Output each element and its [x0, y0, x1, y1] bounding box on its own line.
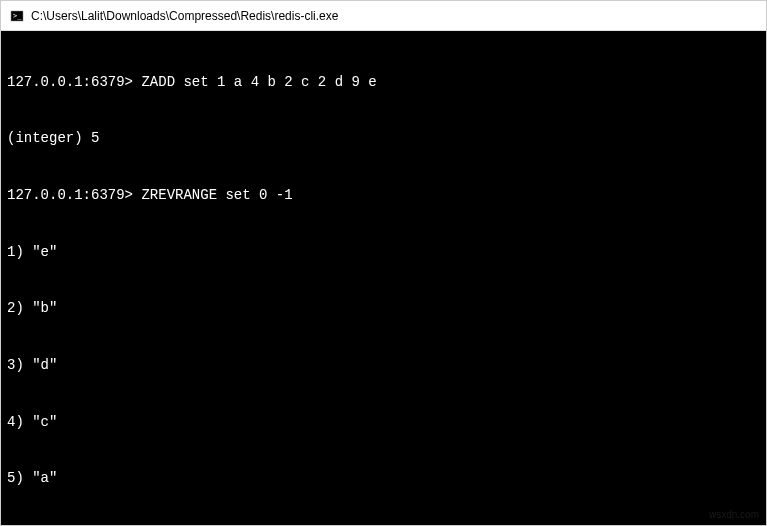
terminal-line: 4) "c" [7, 413, 760, 432]
titlebar-path: C:\Users\Lalit\Downloads\Compressed\Redi… [31, 9, 338, 23]
app-icon: >_ [9, 8, 25, 24]
terminal-line: 1) "e" [7, 243, 760, 262]
svg-text:>_: >_ [13, 12, 22, 20]
terminal-line: 3) "d" [7, 356, 760, 375]
terminal-line: 2) "b" [7, 299, 760, 318]
terminal-line: 127.0.0.1:6379> ZREVRANGE set 0 -1 [7, 186, 760, 205]
terminal-window: >_ C:\Users\Lalit\Downloads\Compressed\R… [0, 0, 767, 526]
terminal-output[interactable]: 127.0.0.1:6379> ZADD set 1 a 4 b 2 c 2 d… [1, 31, 766, 525]
watermark: wsxdn.com [709, 509, 759, 520]
terminal-line: 127.0.0.1:6379> ZADD set 1 a 4 b 2 c 2 d… [7, 73, 760, 92]
terminal-line: (integer) 5 [7, 129, 760, 148]
terminal-line: 5) "a" [7, 469, 760, 488]
titlebar[interactable]: >_ C:\Users\Lalit\Downloads\Compressed\R… [1, 1, 766, 31]
